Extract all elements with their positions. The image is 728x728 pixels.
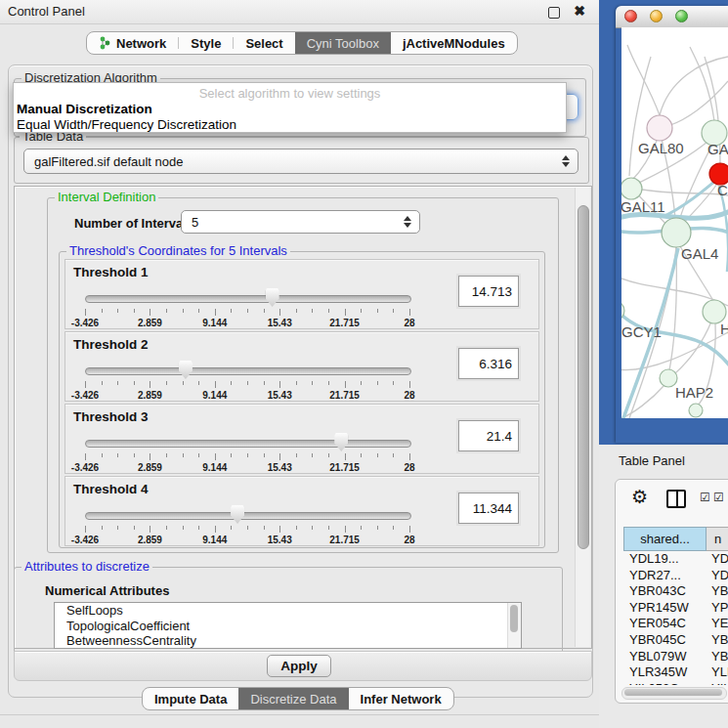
combobox-arrows-icon bbox=[562, 155, 570, 167]
control-panel-titlebar: Control Panel ✖ bbox=[0, 0, 599, 24]
threshold-slider[interactable]: -3.4262.8599.14415.4321.71528 bbox=[85, 287, 409, 326]
algorithm-option-manual[interactable]: Manual Discretization bbox=[17, 102, 152, 116]
table-row[interactable]: YER054CYER0 bbox=[623, 616, 728, 632]
tab-impute-data[interactable]: Impute Data bbox=[143, 688, 238, 709]
column-header-shared-name[interactable]: shared... bbox=[623, 527, 707, 551]
network-edge[interactable] bbox=[660, 57, 728, 115]
numerical-attributes-list[interactable]: SelfLoopsTopologicalCoefficientBetweenne… bbox=[54, 602, 522, 649]
network-node-label: GAL4 bbox=[681, 245, 718, 262]
slider-thumb[interactable] bbox=[334, 433, 348, 451]
network-node-gal4[interactable] bbox=[662, 218, 691, 247]
settings-vertical-scrollbar[interactable] bbox=[575, 188, 590, 647]
slider-track[interactable] bbox=[85, 512, 411, 520]
tab-infer-network[interactable]: Infer Network bbox=[349, 688, 453, 709]
checkbox-icon[interactable]: ☑ bbox=[700, 492, 710, 503]
tab-select[interactable]: Select bbox=[234, 32, 294, 54]
attributes-group-title: Attributes to discretize bbox=[21, 560, 152, 573]
network-edge[interactable] bbox=[670, 81, 728, 125]
tick-label: 21.715 bbox=[329, 390, 360, 401]
scrollbar-thumb[interactable] bbox=[624, 689, 722, 696]
zoom-traffic-light-icon[interactable] bbox=[675, 10, 688, 22]
network-node[interactable] bbox=[689, 404, 703, 417]
slider-track[interactable] bbox=[85, 367, 411, 375]
table-horizontal-scrollbar[interactable] bbox=[621, 687, 727, 700]
network-edge[interactable] bbox=[637, 189, 728, 195]
threshold-label: Threshold 4 bbox=[73, 482, 149, 496]
tab-label: Discretize Data bbox=[250, 692, 336, 707]
algorithm-option-equal-width[interactable]: Equal Width/Frequency Discretization bbox=[17, 117, 236, 132]
threshold-slider[interactable]: -3.4262.8599.14415.4321.71528 bbox=[85, 432, 409, 471]
network-edge[interactable] bbox=[627, 45, 660, 115]
threshold-value-field[interactable]: 6.316 bbox=[458, 348, 519, 379]
slider-thumb[interactable] bbox=[179, 361, 193, 379]
network-node-label: GAL80 bbox=[638, 140, 684, 156]
apply-button[interactable]: Apply bbox=[267, 655, 331, 677]
table-data-combobox[interactable]: galFiltered.sif default node bbox=[23, 149, 578, 174]
attributes-list-scrollbar[interactable] bbox=[507, 603, 521, 648]
slider-thumb[interactable] bbox=[266, 288, 279, 307]
network-node-gal11[interactable] bbox=[621, 178, 642, 199]
tab-cyni-toolbox[interactable]: Cyni Toolbox bbox=[295, 32, 391, 54]
tick-label: 21.715 bbox=[329, 318, 360, 328]
slider-tick-labels: -3.4262.8599.14415.4321.71528 bbox=[85, 535, 409, 546]
control-panel-title: Control Panel bbox=[8, 4, 85, 19]
column-header-name[interactable]: n bbox=[707, 527, 728, 551]
table-row[interactable]: YIL052CYIL0 bbox=[623, 681, 728, 685]
scrollbar-thumb[interactable] bbox=[578, 205, 589, 549]
table-row[interactable]: YPR145WYPR1 bbox=[623, 600, 728, 617]
network-graph: GAL80GACGAL11GAL4GCY1HHAP2 bbox=[621, 27, 728, 418]
table-row[interactable]: YDR27...YDR2 bbox=[623, 568, 728, 584]
network-canvas[interactable]: GAL80GACGAL11GAL4GCY1HHAP2 bbox=[621, 27, 728, 418]
tick-label: -3.426 bbox=[71, 462, 99, 473]
tab-style[interactable]: Style bbox=[179, 32, 233, 54]
close-icon[interactable]: ✖ bbox=[574, 3, 585, 19]
table-row[interactable]: YDL19...YDL1 bbox=[623, 551, 728, 568]
threshold-slider[interactable]: -3.4262.8599.14415.4321.71528 bbox=[85, 360, 409, 399]
network-node-label: GA bbox=[707, 141, 728, 157]
attribute-list-item[interactable]: TopologicalCoefficient bbox=[55, 619, 521, 634]
tick-label: 9.144 bbox=[202, 462, 227, 473]
tab-network[interactable]: Network bbox=[87, 32, 178, 54]
threshold-panel: Threshold 4-3.4262.8599.14415.4321.71528… bbox=[64, 476, 539, 546]
network-window: GAL80GACGAL11GAL4GCY1HHAP2 bbox=[616, 6, 728, 443]
slider-thumb[interactable] bbox=[231, 505, 244, 524]
tick-label: 15.43 bbox=[268, 390, 292, 401]
network-edge[interactable] bbox=[675, 321, 711, 373]
threshold-value-field[interactable]: 11.344 bbox=[458, 492, 519, 524]
threshold-value-field[interactable]: 21.4 bbox=[458, 420, 519, 451]
tick-label: 9.144 bbox=[202, 318, 227, 328]
tick-label: 9.144 bbox=[202, 535, 227, 545]
number-of-intervals-combobox[interactable]: 5 bbox=[181, 210, 420, 234]
attribute-list-item[interactable]: BetweennessCentrality bbox=[55, 633, 521, 649]
float-window-icon[interactable] bbox=[548, 7, 560, 19]
threshold-label: Threshold 3 bbox=[73, 409, 149, 424]
tab-label: Network bbox=[116, 36, 166, 51]
tick-label: 2.859 bbox=[138, 318, 162, 328]
threshold-panel: Threshold 3-3.4262.8599.14415.4321.71528… bbox=[64, 404, 539, 474]
slider-tick-labels: -3.4262.8599.14415.4321.71528 bbox=[85, 390, 409, 402]
network-edge[interactable] bbox=[629, 57, 651, 176]
network-window-titlebar[interactable] bbox=[616, 6, 728, 28]
tab-jactivemnodules[interactable]: jActiveMNodules bbox=[391, 32, 517, 54]
minimize-traffic-light-icon[interactable] bbox=[650, 10, 663, 22]
table-row[interactable]: YBR045CYBR0 bbox=[623, 632, 728, 649]
network-node-gal80[interactable] bbox=[647, 115, 672, 141]
slider-track[interactable] bbox=[85, 440, 411, 448]
checkbox-icon[interactable]: ☑ bbox=[713, 492, 724, 503]
tab-discretize-data[interactable]: Discretize Data bbox=[238, 688, 348, 709]
scrollbar-thumb[interactable] bbox=[510, 605, 518, 632]
threshold-slider[interactable]: -3.4262.8599.14415.4321.71528 bbox=[85, 504, 409, 543]
network-tab-icon bbox=[99, 36, 111, 50]
table-row[interactable]: YBL079WYBL0 bbox=[623, 649, 728, 665]
threshold-value-field[interactable]: 14.713 bbox=[458, 276, 519, 307]
gear-icon[interactable]: ⚙ bbox=[631, 488, 648, 506]
slider-track[interactable] bbox=[85, 295, 411, 303]
table-row[interactable]: YBR043CYBR0 bbox=[623, 583, 728, 600]
threshold-label: Threshold 2 bbox=[73, 337, 149, 352]
split-view-icon[interactable] bbox=[666, 490, 686, 508]
attribute-list-item[interactable]: SelfLoops bbox=[55, 603, 521, 619]
close-traffic-light-icon[interactable] bbox=[624, 10, 637, 22]
network-edge[interactable] bbox=[690, 47, 714, 121]
cell-shared-name: YDL19... bbox=[623, 551, 706, 566]
table-row[interactable]: YLR345WYLR3 bbox=[623, 664, 728, 681]
